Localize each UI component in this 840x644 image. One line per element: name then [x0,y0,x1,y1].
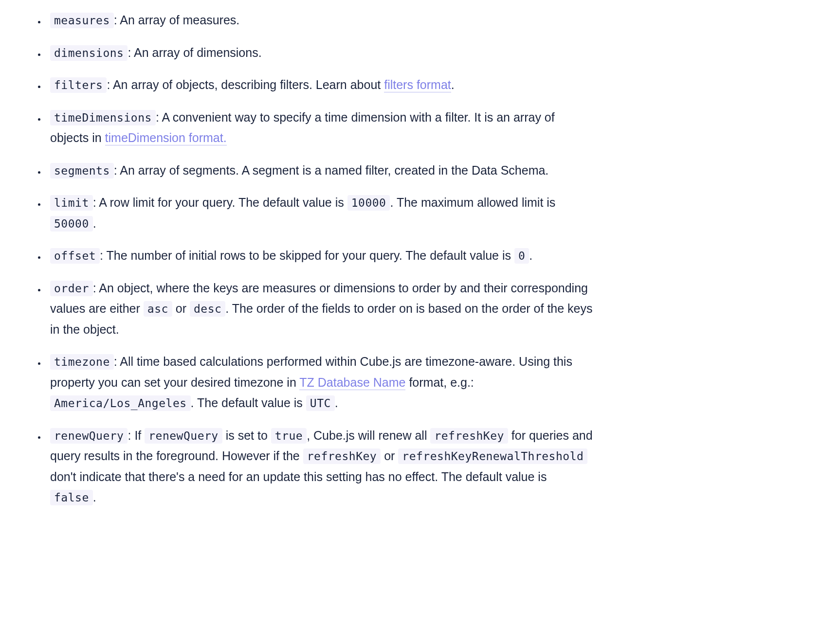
tz-database-link[interactable]: TZ Database Name [299,376,405,390]
property-description: . The maximum allowed limit is [390,196,555,209]
property-description: : An array of objects, describing filter… [107,78,384,91]
property-name: timeDimensions [50,110,156,125]
property-description: . [93,216,96,230]
property-name: renewQuery [50,428,128,444]
list-item: renewQuery: If renewQuery is set to true… [46,425,594,508]
property-description: , Cube.js will renew all [307,429,430,442]
inline-code: false [50,490,93,505]
query-properties-list: measures: An array of measures. dimensio… [19,10,594,508]
inline-code: UTC [306,395,335,411]
property-description: : The number of initial rows to be skipp… [100,249,514,262]
property-description: . [93,490,96,504]
property-description: don't indicate that there's a need for a… [50,470,547,483]
property-description: : A row limit for your query. The defaul… [93,196,347,209]
property-description: : An array of measures. [114,13,239,27]
inline-code: 50000 [50,216,93,232]
list-item: measures: An array of measures. [46,10,594,31]
property-description: . [451,78,455,91]
property-name: filters [50,77,107,93]
inline-code: 10000 [347,195,390,211]
property-description: : If [128,429,145,442]
inline-code: desc [190,301,225,317]
property-description: or [172,302,190,315]
property-description: : An array of segments. A segment is a n… [114,163,549,177]
time-dimension-format-link[interactable]: timeDimension format. [105,131,227,145]
property-description: or [381,449,398,463]
property-name: offset [50,248,100,264]
list-item: order: An object, where the keys are mea… [46,278,594,340]
inline-code: 0 [514,248,529,264]
list-item: limit: A row limit for your query. The d… [46,192,594,233]
property-name: segments [50,163,114,179]
inline-code: refreshKey [430,428,508,444]
list-item: filters: An array of objects, describing… [46,74,594,95]
property-description: . [335,396,338,410]
property-description: . The default value is [191,396,306,410]
inline-code: America/Los_Angeles [50,395,191,411]
property-description: . [529,249,532,262]
inline-code: refreshKeyRenewalThreshold [398,448,587,464]
filters-format-link[interactable]: filters format [384,78,451,92]
property-description: format, e.g.: [405,376,474,389]
list-item: offset: The number of initial rows to be… [46,245,594,266]
property-name: limit [50,195,93,211]
inline-code: refreshKey [303,448,381,464]
list-item: timeDimensions: A convenient way to spec… [46,107,594,148]
property-name: order [50,281,93,296]
property-name: dimensions [50,45,128,61]
list-item: segments: An array of segments. A segmen… [46,160,594,181]
property-description: : An array of dimensions. [128,46,261,59]
property-name: timezone [50,354,114,370]
list-item: dimensions: An array of dimensions. [46,42,594,63]
list-item: timezone: All time based calculations pe… [46,351,594,413]
property-name: measures [50,13,114,28]
property-description: is set to [222,429,271,442]
inline-code: asc [144,301,172,317]
inline-code: renewQuery [145,428,222,444]
inline-code: true [271,428,307,444]
